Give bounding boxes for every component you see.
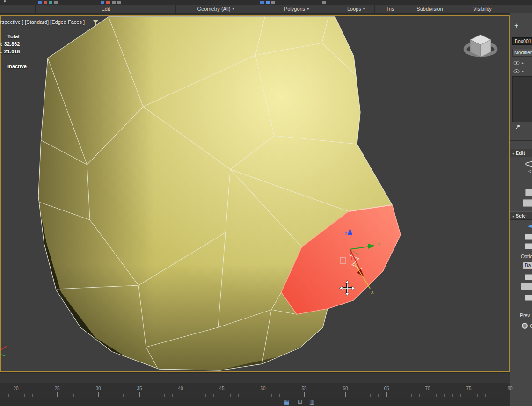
options-label: Optio [521, 254, 532, 259]
radio-button[interactable] [525, 161, 532, 167]
panel-label: Polygons [284, 6, 305, 12]
panel-label: Visibility [473, 6, 492, 12]
rollout-edit-header[interactable]: ▾Edit [510, 149, 532, 157]
preview-option-row[interactable]: O [522, 323, 532, 329]
ribbon-tab-spacer-right [510, 5, 532, 13]
ruler-number: 45 [215, 386, 229, 391]
toolbar-icon[interactable] [49, 1, 52, 4]
ruler-number: 80 [503, 386, 517, 391]
selection-mode-dot[interactable] [528, 225, 532, 228]
ruler-number: 75 [462, 386, 476, 391]
perspective-viewport[interactable]: z y x [0, 15, 510, 372]
ruler-number: 55 [297, 386, 311, 391]
ribbon-panel-geometry-all[interactable]: Geometry (All) ▾ [175, 5, 255, 13]
ribbon-tab-spacer [0, 5, 35, 13]
toolbar-icon[interactable] [260, 1, 264, 4]
radio-button[interactable] [522, 323, 528, 329]
ruler-number: 25 [50, 386, 64, 391]
ribbon-panel-subdivision[interactable]: Subdivision [405, 5, 454, 13]
ribbon-tabs: Edit Geometry (All) ▾ Polygons ▾ Loops ▾… [0, 5, 532, 14]
rollout-label: Edit [516, 150, 525, 156]
toolbar-icon[interactable] [117, 1, 121, 4]
caret-down-icon[interactable]: ▾ [522, 69, 524, 73]
preview-option-label: O [530, 323, 532, 329]
spinner-left[interactable]: < [528, 168, 532, 174]
ruler-number: 35 [132, 386, 146, 391]
stats-total-label: Total [7, 34, 19, 39]
toolbar-icon[interactable] [101, 1, 104, 4]
ruler-number: 60 [338, 386, 352, 391]
ruler-number: 70 [421, 386, 435, 391]
gizmo-z-label: z [345, 231, 347, 236]
toolbar-icon[interactable] [112, 1, 116, 4]
toolbar-icon[interactable] [38, 1, 42, 4]
chevron-down-icon: ▾ [232, 7, 234, 11]
preview-label: Prev [520, 312, 532, 318]
panel-label: Edit [102, 6, 110, 12]
stack-row[interactable]: ▸ [513, 61, 532, 65]
eye-icon[interactable] [513, 61, 520, 65]
add-icon[interactable]: + [514, 22, 524, 30]
stats-verts-value: s: 21.016 [0, 49, 20, 54]
ribbon-panel-tris[interactable]: Tris [374, 5, 405, 13]
toolbar-icon[interactable] [322, 1, 326, 4]
toolbar-icon[interactable] [106, 1, 110, 4]
button-stub[interactable] [523, 199, 532, 207]
ribbon: ▾ Edit Geometry (All) ▾ Polygons [0, 0, 532, 13]
view-cube[interactable] [465, 35, 496, 57]
caret-down-icon: ▾ [512, 214, 514, 218]
viewport-label[interactable]: erspective ] [Standard] [Edged Faces ] [0, 19, 85, 25]
rollout-selection-header[interactable]: ▾Sele [510, 211, 532, 220]
ribbon-panel-polygons[interactable]: Polygons ▾ [255, 5, 337, 13]
toolbar-icon[interactable] [44, 1, 47, 4]
ribbon-panel-visibility[interactable]: Visibility [454, 5, 510, 13]
toolbar-icon[interactable] [54, 1, 58, 4]
button-stub[interactable] [525, 189, 532, 196]
ruler-number: 30 [91, 386, 105, 391]
panel-label: Loops [347, 6, 361, 12]
object-name-field[interactable]: Box001 [512, 37, 532, 45]
modifier-stack-list[interactable] [512, 76, 532, 122]
mesh-object[interactable] [1, 16, 509, 371]
chevron-down-icon: ▾ [363, 7, 365, 11]
toolbar-icon[interactable] [266, 1, 270, 4]
button-stub[interactable] [521, 283, 532, 290]
stats-polys-value: s: 32.862 [0, 41, 20, 47]
filter-funnel-icon[interactable] [93, 20, 99, 25]
chevron-down-icon: ▾ [307, 7, 309, 11]
ruler-number: 40 [174, 386, 188, 391]
checkbox[interactable] [525, 274, 532, 280]
track-bar[interactable] [0, 372, 510, 383]
caret-right-icon[interactable]: ▸ [522, 61, 524, 65]
panel-label: Geometry (All) [197, 6, 231, 12]
grid-snap-icon[interactable]: ▥ [309, 399, 314, 405]
button-ba[interactable]: Ba [523, 262, 532, 269]
checkbox[interactable] [525, 295, 532, 301]
panel-label: Subdivision [416, 6, 443, 12]
toolbar-icon-strip: ▾ [0, 0, 532, 5]
stack-row[interactable]: ▾ [513, 69, 532, 73]
checkbox[interactable] [525, 243, 532, 249]
ruler-number: 65 [379, 386, 394, 391]
grid-toggle-icon[interactable]: ▦ [284, 399, 289, 405]
status-bar: ▦ ⊞ ▥ [0, 398, 510, 406]
viewport-canvas[interactable]: z y x [1, 16, 509, 371]
timeline-ruler[interactable]: 20 25 30 35 40 45 50 55 60 65 70 75 80 [0, 383, 510, 398]
gizmo-x-label: x [371, 289, 374, 295]
ribbon-panel-edit[interactable]: Edit [35, 5, 176, 13]
stats-status: Inactive [7, 64, 27, 69]
modifier-list-dropdown[interactable]: Modifier [512, 49, 532, 57]
checkbox[interactable] [525, 234, 532, 240]
ruler-number: 20 [9, 386, 23, 391]
eye-icon[interactable] [513, 69, 520, 73]
ribbon-panel-loops[interactable]: Loops ▾ [337, 5, 375, 13]
caret-down-icon[interactable]: ▾ [4, 0, 6, 4]
major-ticks [0, 392, 510, 397]
pin-icon[interactable] [514, 124, 532, 130]
ruler-number: 50 [256, 386, 270, 391]
toolbar-icon[interactable] [271, 1, 275, 4]
panel-label: Tris [386, 6, 394, 12]
divider [510, 140, 532, 141]
snap-toggle-icon[interactable]: ⊞ [298, 399, 302, 405]
world-axis-icon [1, 346, 7, 356]
